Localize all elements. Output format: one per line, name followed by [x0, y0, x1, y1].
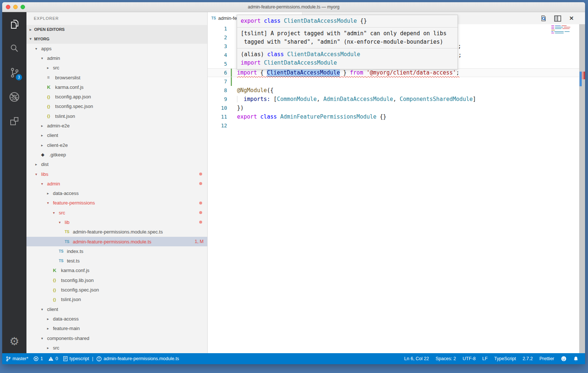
tree-item-tsconfig.spec.json[interactable]: {}tsconfig.spec.json [26, 285, 207, 294]
code-line-6[interactable]: 6import { ClientDataAccessModule } from … [208, 68, 585, 77]
tree-item-label: tsconfig.spec.json [61, 287, 99, 293]
tree-item-client[interactable]: ▸client [26, 131, 207, 140]
tree-item-src[interactable]: ▸src [26, 63, 207, 73]
tree-item-apps[interactable]: ▾apps [26, 44, 207, 53]
status-left-0[interactable]: 0 [48, 356, 58, 361]
tree-item-label: admin-e2e [47, 123, 69, 128]
section-label: OPEN EDITORS [34, 25, 65, 34]
tree-item-label: client [47, 133, 58, 138]
tree-item-label: data-access [53, 316, 79, 322]
status-label: TypeScript [494, 356, 516, 361]
close-editor-button[interactable]: ✕ [567, 14, 576, 22]
code-line-11[interactable]: 11export class AdminFeaturePermissionsMo… [208, 112, 585, 121]
zoom-window-button[interactable] [21, 5, 25, 9]
tree-item-tslint.json[interactable]: {}tslint.json [26, 295, 207, 304]
tree-item-client-e2e[interactable]: ▸client-e2e [26, 140, 207, 150]
activity-explorer[interactable] [2, 12, 26, 36]
section-myorg[interactable]: ▾ MYORG [26, 34, 207, 44]
line-number: 1 [208, 26, 228, 32]
gutter [228, 112, 237, 121]
tree-item-feature-permissions[interactable]: ▾feature-permissions [26, 198, 207, 208]
status-right-2-7-2[interactable]: 2.7.2 [523, 356, 533, 361]
overview-ruler-scrollbar[interactable] [579, 24, 585, 353]
tree-item-client[interactable]: ▾client [26, 304, 207, 314]
code-line-8[interactable]: 8@NgModule({ [208, 86, 585, 95]
files-icon [8, 18, 20, 30]
typescript-file-icon: TS [211, 16, 216, 20]
tree-item-admin[interactable]: ▾admin [26, 179, 207, 188]
chevron-down-icon: ▾ [41, 56, 47, 60]
json-icon: {} [53, 297, 61, 302]
status-right-utf-8[interactable]: UTF-8 [463, 356, 476, 361]
activity-debug[interactable] [2, 85, 26, 109]
tree-item-dist[interactable]: ▸dist [26, 160, 207, 169]
line-number: 2 [208, 35, 228, 40]
tree-item-label: dist [41, 162, 49, 167]
activity-search[interactable] [2, 36, 26, 61]
tree-item-label: tsconfig.spec.json [55, 104, 93, 109]
tree-item-admin-e2e[interactable]: ▸admin-e2e [26, 121, 207, 130]
minimap[interactable] [551, 25, 574, 34]
status-right-bell[interactable] [573, 356, 578, 362]
close-window-button[interactable] [6, 5, 10, 9]
gutter [228, 95, 237, 104]
tree-item-lib[interactable]: ▾lib [26, 217, 207, 227]
code-area[interactable]: 123;4';56import { ClientDataAccessModule… [208, 24, 585, 353]
tree-item-tsconfig.spec.json[interactable]: {}tsconfig.spec.json [26, 102, 207, 111]
status-right-ln-6-col-22[interactable]: Ln 6, Col 22 [404, 356, 429, 361]
tree-item-admin-feature-permissions.module.ts[interactable]: TSadmin-feature-permissions.module.ts1, … [26, 237, 207, 246]
status-right-prettier[interactable]: Prettier [539, 356, 554, 361]
karma-icon: K [53, 268, 61, 273]
tree-item-feature-main[interactable]: ▸feature-main [26, 324, 207, 333]
ts-blue-icon: TS [65, 240, 73, 244]
settings-gear-button[interactable]: ⚙ [2, 332, 26, 350]
tree-item-index.ts[interactable]: TSindex.ts [26, 246, 207, 256]
code-line-10[interactable]: 10}) [208, 104, 585, 112]
tree-item-label: src [53, 65, 59, 70]
extensions-icon [8, 115, 20, 127]
status-right-lf[interactable]: LF [482, 356, 488, 361]
tree-item-libs[interactable]: ▾libs [26, 169, 207, 179]
gutter [228, 33, 237, 42]
tree-item-tsconfig.lib.json[interactable]: {}tsconfig.lib.json [26, 275, 207, 285]
status-left-typescript[interactable]: typescript [63, 356, 89, 361]
tree-item-data-access[interactable]: ▸data-access [26, 188, 207, 198]
activity-source-control[interactable]: 3 [2, 61, 26, 85]
line-number: 9 [208, 96, 228, 102]
status-separator: | [92, 356, 93, 361]
tree-item-test.ts[interactable]: TStest.ts [26, 256, 207, 266]
tree-item-label: client-e2e [47, 142, 68, 148]
status-label: typescript [69, 356, 89, 361]
tree-item-components-shared[interactable]: ▾components-shared [26, 333, 207, 343]
tree-item-data-access[interactable]: ▸data-access [26, 314, 207, 323]
status-right-spaces-2[interactable]: Spaces: 2 [435, 356, 456, 361]
status-left-1[interactable]: 1 [33, 356, 43, 361]
minimize-window-button[interactable] [13, 5, 18, 9]
tree-item-.gitkeep[interactable]: ◆.gitkeep [26, 150, 207, 159]
smile-icon [561, 356, 567, 362]
code-line-12[interactable]: 12 [208, 121, 585, 130]
split-editor-icon [554, 15, 561, 22]
tree-item-karma.conf.js[interactable]: Kkarma.conf.js [26, 266, 207, 275]
split-editor-button[interactable] [553, 14, 562, 22]
tree-item-src[interactable]: ▾src [26, 208, 207, 217]
activity-extensions[interactable] [2, 109, 26, 133]
code-line-9[interactable]: 9 imports: [CommonModule, AdminDataAcces… [208, 95, 585, 104]
section-open-editors[interactable]: ▸ OPEN EDITORS [26, 25, 207, 34]
status-left-admin-feature-permissions-module-ts[interactable]: admin-feature-permissions.module.ts [96, 356, 179, 362]
chevron-right-icon: ▸ [47, 66, 53, 70]
tree-item-admin-feature-permissions.module.spec.ts[interactable]: TSadmin-feature-permissions.module.spec.… [26, 227, 207, 237]
open-changes-button[interactable] [539, 14, 548, 22]
chevron-right-icon: ▸ [47, 191, 53, 195]
tree-item-tsconfig.app.json[interactable]: {}tsconfig.app.json [26, 92, 207, 101]
tree-item-tslint.json[interactable]: {}tslint.json [26, 111, 207, 121]
status-left-master-[interactable]: master* [6, 356, 28, 362]
status-right-typescript[interactable]: TypeScript [494, 356, 516, 361]
tree-item-browserslist[interactable]: ≡browserslist [26, 73, 207, 82]
status-right-smile[interactable] [561, 356, 567, 362]
code-line-7[interactable]: 7 [208, 77, 585, 86]
title-bar[interactable]: admin-feature-permissions.module.ts — my… [2, 2, 585, 12]
tree-item-src[interactable]: ▸src [26, 343, 207, 352]
tree-item-admin[interactable]: ▾admin [26, 53, 207, 63]
tree-item-karma.conf.js[interactable]: Kkarma.conf.js [26, 82, 207, 92]
